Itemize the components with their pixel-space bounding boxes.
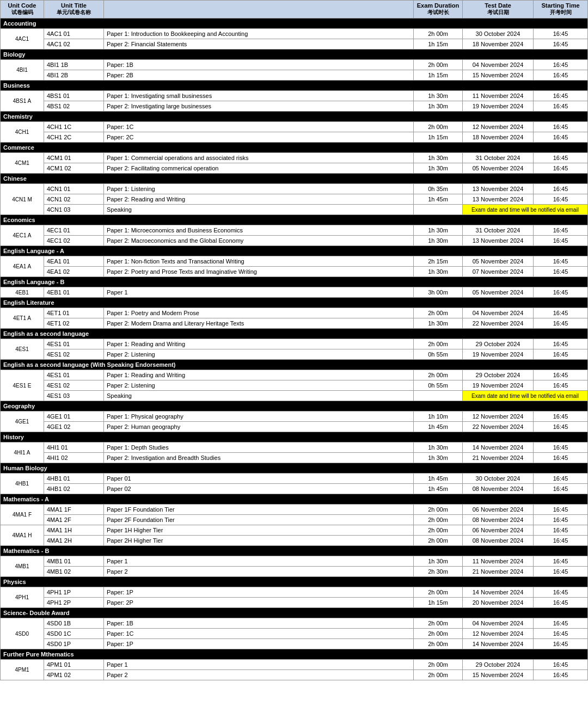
duration-cell: 1h 30m: [414, 225, 463, 236]
date-cell: 04 November 2024: [463, 618, 534, 629]
paper-cell: Paper: 1B: [104, 618, 414, 629]
table-row: 4ES1 02Paper 2: Listening0h 55m19 Novemb…: [1, 349, 588, 360]
date-cell: 06 November 2024: [463, 505, 534, 515]
unit-group-cell: 4PH1: [1, 587, 44, 608]
unit-code-cell: 4ET1 01: [44, 308, 104, 318]
section-name: Commerce: [1, 143, 588, 153]
section-name: English Language - B: [1, 277, 588, 287]
time-cell: 16:45: [534, 60, 588, 70]
table-row: 4HB14HB1 01Paper 011h 45m30 October 2024…: [1, 474, 588, 484]
time-cell: 16:45: [534, 370, 588, 380]
paper-cell: Paper 2: Poetry and Prose Texts and Imag…: [104, 267, 414, 277]
time-cell: 16:45: [534, 587, 588, 598]
section-name: Physics: [1, 577, 588, 587]
section-name: English as a second language (With Speak…: [1, 360, 588, 370]
paper-cell: Speaking: [104, 205, 414, 215]
unit-code-cell: 4PM1 02: [44, 670, 104, 680]
duration-cell: 2h 00m: [414, 29, 463, 39]
section-header-row: Mathematics - A: [1, 494, 588, 505]
section-name: Science- Double Award: [1, 608, 588, 618]
date-cell: 30 October 2024: [463, 474, 534, 484]
section-header-row: History: [1, 432, 588, 443]
section-name: Chemistry: [1, 112, 588, 122]
duration-cell: 2h 00m: [414, 339, 463, 349]
unit-group-cell: 4GE1: [1, 411, 44, 432]
unit-group-cell: 4CN1 M: [1, 184, 44, 215]
paper-cell: Paper 2: Listening: [104, 349, 414, 360]
duration-cell: 2h 00m: [414, 536, 463, 546]
unit-code-cell: 4GE1 01: [44, 411, 104, 422]
duration-cell: 2h 00m: [414, 618, 463, 629]
unit-code-cell: 4MA1 2F: [44, 515, 104, 525]
duration-cell: 1h 45m: [414, 474, 463, 484]
header-starting-time: Starting Time 开考时间: [534, 1, 588, 19]
section-name: History: [1, 432, 588, 443]
time-cell: 16:45: [534, 153, 588, 163]
table-row: 4GE1 02Paper 2: Human geography1h 45m22 …: [1, 422, 588, 432]
paper-cell: Paper 2: Investigating large businesses: [104, 101, 414, 112]
table-row: 4EA1 02Paper 2: Poetry and Prose Texts a…: [1, 267, 588, 277]
date-cell: 18 November 2024: [463, 132, 534, 143]
time-cell: 16:45: [534, 453, 588, 463]
time-cell: 16:45: [534, 411, 588, 422]
date-cell: 08 November 2024: [463, 515, 534, 525]
section-name: Chinese: [1, 174, 588, 184]
duration-cell: 2h 00m: [414, 122, 463, 132]
paper-cell: Paper: 1C: [104, 122, 414, 132]
unit-group-cell: 4ES1: [1, 339, 44, 360]
duration-cell: 1h 30m: [414, 453, 463, 463]
table-row: 4PH14PH1 1PPaper: 1P2h 00m14 November 20…: [1, 587, 588, 598]
unit-code-cell: 4PH1 1P: [44, 587, 104, 598]
paper-cell: Paper 1: Microeconomics and Business Eco…: [104, 225, 414, 236]
section-header-row: Chinese: [1, 174, 588, 184]
unit-code-cell: 4MB1 01: [44, 556, 104, 567]
date-cell: 11 November 2024: [463, 91, 534, 101]
table-row: 4BI14BI1 1BPaper: 1B2h 00m04 November 20…: [1, 60, 588, 70]
table-row: 4SD04SD0 1BPaper: 1B2h 00m04 November 20…: [1, 618, 588, 629]
paper-cell: Paper 1: Introduction to Bookkeeping and…: [104, 29, 414, 39]
section-header-row: English Language - B: [1, 277, 588, 287]
table-row: 4MA1 H4MA1 1HPaper 1H Higher Tier2h 00m0…: [1, 525, 588, 536]
header-paper: [104, 1, 414, 19]
section-name: Further Pure Mthematics: [1, 649, 588, 660]
table-row: 4HB1 02Paper 021h 45m08 November 202416:…: [1, 484, 588, 494]
time-cell: 16:45: [534, 515, 588, 525]
section-name: Human Biology: [1, 463, 588, 474]
paper-cell: Paper 2: Modern Drama and Literary Herit…: [104, 318, 414, 329]
paper-cell: Paper 2: [104, 567, 414, 577]
paper-cell: Paper 1: Physical geography: [104, 411, 414, 422]
unit-group-cell: 4BI1: [1, 60, 44, 81]
header-unit-title: Unit Title 单元/试卷名称: [44, 1, 104, 19]
section-name: Mathematics - B: [1, 546, 588, 556]
time-cell: 16:45: [534, 70, 588, 81]
paper-cell: Paper 2: Listening: [104, 380, 414, 391]
duration-cell: 1h 15m: [414, 132, 463, 143]
duration-cell: 2h 00m: [414, 639, 463, 649]
header-date-chinese: 考试日期: [465, 9, 530, 16]
date-cell: 12 November 2024: [463, 411, 534, 422]
paper-cell: Speaking: [104, 391, 414, 401]
section-name: Economics: [1, 215, 588, 225]
paper-cell: Paper 1: Reading and Writing: [104, 370, 414, 380]
duration-cell: 1h 30m: [414, 91, 463, 101]
table-row: 4MB1 02Paper 22h 30m21 November 202416:4…: [1, 567, 588, 577]
unit-code-cell: 4ES1 02: [44, 380, 104, 391]
date-cell: 29 October 2024: [463, 660, 534, 670]
unit-code-cell: 4AC1 01: [44, 29, 104, 39]
section-header-row: Geography: [1, 401, 588, 411]
duration-cell: 1h 30m: [414, 236, 463, 246]
time-cell: 16:45: [534, 525, 588, 536]
table-row: 4MA1 2FPaper 2F Foundation Tier2h 00m08 …: [1, 515, 588, 525]
section-header-row: Commerce: [1, 143, 588, 153]
time-cell: 16:45: [534, 639, 588, 649]
date-cell: 13 November 2024: [463, 194, 534, 205]
paper-cell: Paper 1: Commercial operations and assoc…: [104, 153, 414, 163]
paper-cell: Paper 2: Investigation and Breadth Studi…: [104, 453, 414, 463]
table-row: 4HI1 A4HI1 01Paper 1: Depth Studies1h 30…: [1, 443, 588, 453]
duration-cell: 1h 30m: [414, 443, 463, 453]
unit-group-cell: 4HI1 A: [1, 443, 44, 463]
table-row: 4BS1 02Paper 2: Investigating large busi…: [1, 101, 588, 112]
paper-cell: Paper 1: [104, 556, 414, 567]
paper-cell: Paper: 1P: [104, 587, 414, 598]
unit-code-cell: 4CM1 02: [44, 163, 104, 174]
